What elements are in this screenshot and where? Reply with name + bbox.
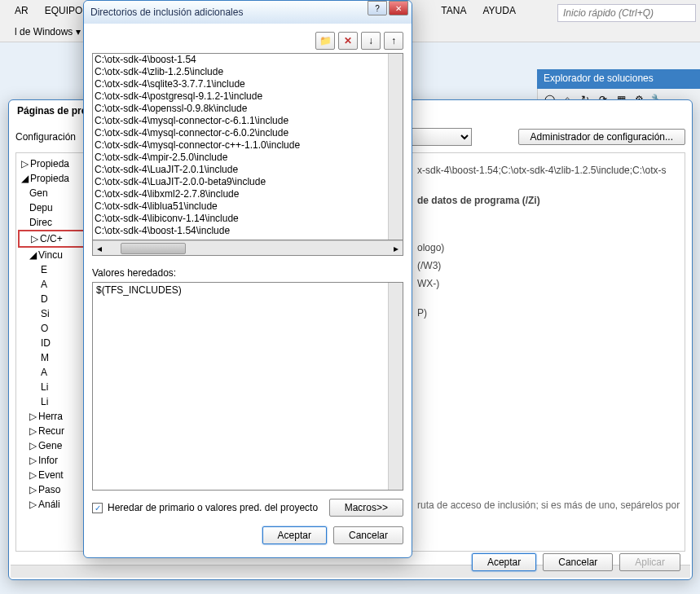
menu-ayuda[interactable]: AYUDA: [474, 2, 523, 19]
pages-aceptar-button[interactable]: Aceptar: [472, 553, 536, 571]
modal-aceptar-button[interactable]: Aceptar: [262, 526, 327, 544]
inherit-checkbox[interactable]: ✓: [92, 503, 103, 513]
modal-toolbar: 📁 ✕ ↓ ↑: [92, 32, 403, 50]
folder-new-icon: 📁: [319, 35, 332, 46]
compiler-options-preview: de datos de programa (/Zi) ologo) (/W3) …: [417, 191, 540, 322]
property-hint-text: ruta de acceso de inclusión; si es más d…: [417, 499, 686, 511]
list-hscrollbar[interactable]: ◂ ▸: [93, 240, 403, 255]
delete-x-icon: ✕: [344, 35, 352, 46]
config-manager-button[interactable]: Administrador de configuración...: [518, 129, 685, 145]
include-path-item[interactable]: C:\otx-sdk-4\LuaJIT-2.0.0-beta9\include: [93, 176, 388, 188]
pages-aplicar-button: Aplicar: [619, 553, 680, 571]
include-path-item[interactable]: C:\otx-sdk-4\mysql-connector-c++-1.1.0\i…: [93, 139, 388, 152]
include-path-item[interactable]: C:\otx-sdk-4\LuaJIT-2.0.1\include: [93, 164, 388, 176]
include-path-item[interactable]: C:\otx-sdk-4\postgresql-9.1.2-1\include: [93, 90, 388, 103]
include-path-item[interactable]: C:\otx-sdk-4\libiconv-1.14\include: [93, 213, 388, 225]
inherit-checkbox-label[interactable]: ✓ Heredar de primario o valores pred. de…: [92, 502, 318, 513]
include-path-item[interactable]: C:\otx-sdk-4\mpir-2.5.0\include: [93, 152, 388, 164]
pages-cancelar-button[interactable]: Cancelar: [543, 553, 613, 571]
include-path-item[interactable]: C:\otx-sdk-4\mysql-connector-c-6.1.1\inc…: [93, 115, 388, 127]
arrow-down-icon: ↓: [368, 35, 373, 46]
modal-titlebar[interactable]: Directorios de inclusión adicionales ? ✕: [84, 1, 412, 24]
inherited-values-label: Valores heredados:: [92, 267, 403, 279]
include-paths-listbox[interactable]: C:\otx-sdk-4\boost-1.54C:\otx-sdk-4\zlib…: [92, 53, 403, 240]
include-path-item[interactable]: C:\otx-sdk-4\zlib-1.2.5\include: [93, 66, 388, 78]
include-path-item[interactable]: C:\otx-sdk-4\boost-1.54: [93, 54, 388, 66]
help-button[interactable]: ?: [368, 1, 387, 15]
menu-tana[interactable]: TANA: [433, 2, 474, 19]
modal-cancelar-button[interactable]: Cancelar: [333, 526, 403, 544]
config-label: Configuración: [15, 131, 76, 143]
include-path-item[interactable]: C:\otx-sdk-4\openssl-0.9.8k\include: [93, 103, 388, 115]
include-path-item[interactable]: C:\otx-sdk-4\mysql-connector-c-6.0.2\inc…: [93, 127, 388, 139]
windows-dropdown[interactable]: l de Windows ▾: [7, 24, 89, 40]
include-path-item[interactable]: C:\otx-sdk-4\boost-1.54\include: [93, 225, 388, 237]
close-button[interactable]: ✕: [389, 1, 408, 15]
new-folder-button[interactable]: 📁: [315, 32, 335, 50]
inherited-value-item: $(TFS_INCLUDES): [93, 283, 388, 298]
modal-title: Directorios de inclusión adicionales: [90, 7, 243, 18]
hscroll-thumb[interactable]: [121, 243, 186, 254]
delete-button[interactable]: ✕: [338, 32, 358, 50]
macros-button[interactable]: Macros>>: [329, 499, 403, 517]
inherited-values-box: $(TFS_INCLUDES): [92, 282, 403, 491]
quick-launch-input[interactable]: [557, 4, 696, 22]
menu-ar[interactable]: AR: [7, 2, 37, 19]
include-path-item[interactable]: C:\otx-sdk-4\libxml2-2.7.8\include: [93, 188, 388, 200]
include-dirs-dialog: Directorios de inclusión adicionales ? ✕…: [83, 0, 412, 558]
include-dirs-preview: x-sdk-4\boost-1.54;C:\otx-sdk-4\zlib-1.2…: [417, 165, 694, 176]
list-vscrollbar[interactable]: [388, 54, 403, 240]
move-up-button[interactable]: ↑: [384, 32, 403, 50]
move-down-button[interactable]: ↓: [361, 32, 381, 50]
include-path-item[interactable]: C:\otx-sdk-4\sqlite3-3.7.7.1\include: [93, 78, 388, 90]
arrow-up-icon: ↑: [391, 35, 396, 46]
solution-explorer-header: Explorador de soluciones: [537, 69, 700, 89]
inherited-vscrollbar[interactable]: [388, 283, 403, 490]
include-path-item[interactable]: C:\otx-sdk-4\liblua51\include: [93, 200, 388, 213]
